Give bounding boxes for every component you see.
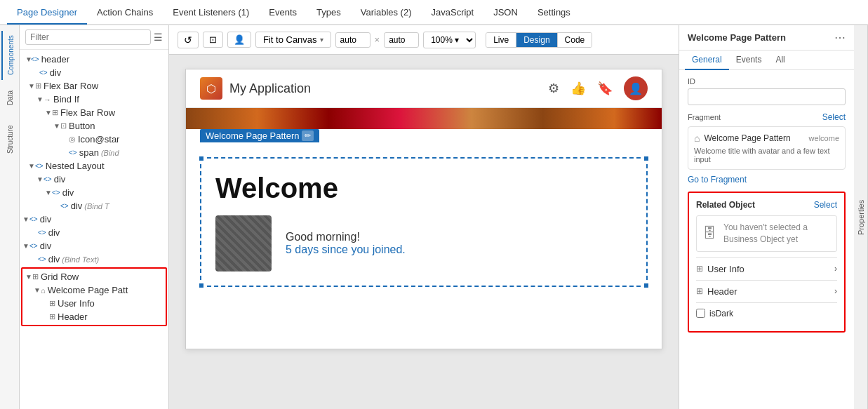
tree-item-inner-div[interactable]: <> div bbox=[28, 226, 168, 239]
fragment-icon: ⌂ bbox=[694, 133, 700, 144]
tree-label-icon-star: Icon@star bbox=[78, 134, 119, 145]
tree-item-button[interactable]: ▼ ⊡ Button bbox=[51, 119, 168, 133]
bookmark-icon[interactable]: 🔖 bbox=[597, 81, 613, 96]
tree-item-flex-bar-row2[interactable]: ▼ ⊞ Flex Bar Row bbox=[42, 106, 168, 119]
refresh-button[interactable]: ↺ bbox=[178, 32, 199, 48]
user-info-expand-icon: › bbox=[834, 264, 837, 274]
tree-label-div2: div bbox=[40, 241, 52, 251]
avatar[interactable]: 👤 bbox=[624, 76, 648, 100]
fragment-id: welcome bbox=[809, 134, 839, 142]
tree-item-nested-div1[interactable]: ▼ <> div bbox=[34, 173, 168, 186]
responsive-button[interactable]: ⊡ bbox=[203, 32, 223, 48]
user-info-label-row: ⊞ User Info bbox=[696, 264, 745, 274]
tree-item-div-bindt[interactable]: <> div (Bind T bbox=[51, 199, 168, 213]
tree-label-div-bindt: div bbox=[71, 201, 83, 211]
tree-label-nested-div1: div bbox=[54, 174, 66, 185]
canvas-content: ⬡ My Application ⚙ 👍 🔖 👤 Welcome Page Pa… bbox=[169, 55, 679, 409]
tree-item-div-bind-text[interactable]: <> div (Bind Text) bbox=[28, 253, 168, 266]
tree-item-header2[interactable]: ⊞ Header bbox=[39, 310, 166, 323]
tab-events[interactable]: Events bbox=[259, 1, 307, 25]
tab-javascript[interactable]: JavaScript bbox=[422, 1, 484, 25]
user-info-grid-icon: ⊞ bbox=[696, 264, 703, 274]
days-joined-text: 5 days since you joined. bbox=[286, 243, 406, 256]
zoom-select[interactable]: 100% ▾ bbox=[423, 32, 476, 48]
left-sidebar-icons: Components Data Structure bbox=[0, 25, 20, 409]
tab-page-designer[interactable]: Page Designer bbox=[7, 1, 87, 25]
structure-menu-icon[interactable]: ☰ bbox=[154, 32, 163, 43]
is-dark-checkbox[interactable] bbox=[696, 309, 705, 318]
tab-types[interactable]: Types bbox=[307, 1, 351, 25]
dimension-separator: × bbox=[375, 34, 380, 45]
tree-item-welcome-page[interactable]: ▼ ⌂ Welcome Page Patt bbox=[31, 283, 166, 297]
user-info-row[interactable]: ⊞ User Info › bbox=[696, 257, 837, 280]
goto-fragment-link[interactable]: Go to Fragment bbox=[688, 175, 747, 185]
props-header: Welcome Page Pattern ⋯ bbox=[679, 25, 854, 51]
tree-label-top-div: div bbox=[40, 214, 52, 224]
fragment-select-btn[interactable]: Select bbox=[822, 112, 846, 122]
sidebar-icon-components[interactable]: Components bbox=[1, 31, 18, 80]
props-tab-events[interactable]: Events bbox=[729, 51, 769, 70]
tree-item-flex-bar-row[interactable]: ▼ ⊞ Flex Bar Row bbox=[25, 79, 168, 93]
sidebar-icon-structure[interactable]: Structure bbox=[1, 115, 18, 164]
tree-label-flex-bar-row: Flex Bar Row bbox=[44, 81, 98, 91]
tree-item-div2[interactable]: ▼ <> div bbox=[20, 239, 168, 253]
tree-item-header[interactable]: ▼ <> header bbox=[20, 53, 168, 66]
canvas-frame: ⬡ My Application ⚙ 👍 🔖 👤 Welcome Page Pa… bbox=[185, 69, 662, 349]
tab-variables[interactable]: Variables (2) bbox=[351, 1, 422, 25]
tree-item-bind-if[interactable]: ▼ → Bind If bbox=[34, 93, 168, 106]
design-button[interactable]: Design bbox=[516, 33, 557, 47]
db-icon: 🗄 bbox=[702, 225, 716, 241]
fit-canvas-label: Fit to Canvas bbox=[263, 34, 317, 45]
live-button[interactable]: Live bbox=[486, 33, 516, 47]
right-properties-label: Properties bbox=[854, 25, 868, 409]
properties-panel: Welcome Page Pattern ⋯ General Events Al… bbox=[679, 25, 854, 409]
header-row[interactable]: ⊞ Header › bbox=[696, 280, 837, 302]
tree-item-span[interactable]: <> span (Bind bbox=[59, 146, 168, 159]
related-obj-title: Related Object bbox=[696, 200, 755, 210]
user-button[interactable]: 👤 bbox=[227, 32, 251, 48]
handle-tl bbox=[199, 156, 204, 161]
pattern-label-bar: Welcome Page Pattern ✏ bbox=[200, 129, 319, 142]
tree-item-nested-div2[interactable]: ▼ <> div bbox=[42, 186, 168, 199]
good-morning-text: Good morning! bbox=[286, 231, 406, 243]
related-obj-select[interactable]: Select bbox=[814, 200, 837, 210]
tree-item-div1[interactable]: <> div bbox=[31, 66, 168, 79]
fragment-title-row: ⌂ Welcome Page Pattern welcome bbox=[694, 133, 839, 144]
fragment-label: Fragment bbox=[688, 113, 721, 121]
code-button[interactable]: Code bbox=[558, 33, 592, 47]
fit-canvas-arrow-icon: ▾ bbox=[320, 36, 323, 43]
structure-search-input[interactable] bbox=[25, 29, 151, 45]
fragment-box: ⌂ Welcome Page Pattern welcome Welcome t… bbox=[688, 126, 846, 170]
tree-item-top-div[interactable]: ▼ <> div bbox=[20, 213, 168, 226]
tab-action-chains[interactable]: Action Chains bbox=[87, 1, 163, 25]
welcome-avatar bbox=[215, 215, 272, 271]
related-obj-message: You haven't selected a Business Object y… bbox=[723, 222, 831, 246]
handle-tr bbox=[643, 156, 649, 161]
tree-item-bar-row[interactable]: ▼ <> Nested Layout bbox=[25, 159, 168, 173]
props-tab-general[interactable]: General bbox=[685, 51, 729, 70]
props-tab-all[interactable]: All bbox=[768, 51, 792, 70]
height-input[interactable] bbox=[384, 32, 419, 48]
tab-settings[interactable]: Settings bbox=[528, 1, 580, 25]
tab-json[interactable]: JSON bbox=[483, 1, 528, 25]
fit-canvas-button[interactable]: Fit to Canvas ▾ bbox=[255, 32, 331, 48]
id-input[interactable] bbox=[688, 88, 846, 105]
welcome-title: Welcome bbox=[215, 173, 632, 204]
welcome-section[interactable]: Welcome Good morning! 5 days since you j… bbox=[200, 157, 648, 287]
tab-event-listeners[interactable]: Event Listeners (1) bbox=[163, 1, 259, 25]
props-menu-icon[interactable]: ⋯ bbox=[834, 31, 846, 44]
canvas-area: ↺ ⊡ 👤 Fit to Canvas ▾ × 100% ▾ Live Desi… bbox=[169, 25, 679, 409]
tree-item-icon-star[interactable]: ◎ Icon@star bbox=[59, 133, 168, 146]
handle-br bbox=[643, 283, 649, 288]
related-obj-header: Related Object Select bbox=[696, 200, 837, 210]
tree-item-user-info[interactable]: ⊞ User Info bbox=[39, 297, 166, 310]
tree-item-grid-row[interactable]: ▼ ⊞ Grid Row bbox=[22, 270, 166, 283]
pattern-edit-button[interactable]: ✏ bbox=[302, 130, 314, 141]
thumbs-up-icon[interactable]: 👍 bbox=[570, 81, 586, 96]
welcome-text: Good morning! 5 days since you joined. bbox=[286, 231, 406, 256]
width-input[interactable] bbox=[335, 32, 370, 48]
settings-icon[interactable]: ⚙ bbox=[548, 81, 559, 96]
related-object-section: Related Object Select 🗄 You haven't sele… bbox=[688, 192, 846, 333]
sidebar-icon-data[interactable]: Data bbox=[1, 80, 18, 115]
tree-label-user-info: User Info bbox=[58, 298, 95, 309]
